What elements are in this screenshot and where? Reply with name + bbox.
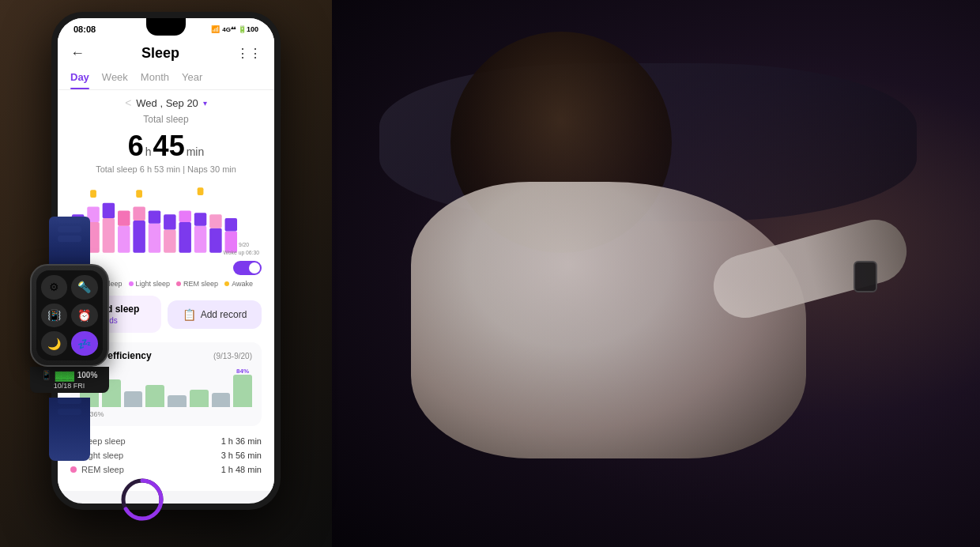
watch-battery-percent: 100%	[77, 371, 98, 379]
legend-light-sleep: Light sleep	[129, 280, 171, 288]
vibrate-icon[interactable]: 📳	[41, 304, 68, 328]
total-sleep-label: Total sleep	[58, 112, 274, 126]
smartwatch-device: ⚙ 🔦 📳 ⏰ 🌙 💤 📱 ▓▓▓ 100% 10/18 FRI	[12, 213, 126, 435]
eff-bar-7	[212, 368, 231, 407]
watch-screen: ⚙ 🔦 📳 ⏰ 🌙 💤	[36, 270, 103, 360]
svg-rect-15	[149, 210, 160, 223]
bg-right	[332, 0, 980, 547]
date-display: Wed , Sep 20	[136, 97, 198, 109]
tabs-row: Day Week Month Year	[58, 66, 274, 90]
svg-rect-19	[179, 210, 190, 222]
back-button[interactable]: ←	[70, 45, 85, 62]
breakdown-rem-sleep: REM sleep 1 h 48 min	[70, 462, 262, 477]
rem-sleep-name: REM sleep	[81, 465, 124, 474]
svg-rect-18	[179, 222, 190, 253]
svg-rect-12	[133, 207, 145, 221]
svg-text:Woke up 06:30: Woke up 06:30	[224, 250, 260, 256]
date-prev-button[interactable]: <	[125, 96, 131, 109]
signal-icon: 4G⁴⁴	[222, 26, 236, 33]
sleep-time-row: 6 h 45 min	[58, 126, 274, 164]
camera-notch	[146, 18, 186, 36]
deep-sleep-value: 1 h 36 min	[221, 436, 262, 446]
battery-icon: 🔋100	[238, 25, 258, 33]
tab-year[interactable]: Year	[182, 66, 202, 89]
add-record-button[interactable]: 📋 Add record	[168, 300, 262, 329]
svg-rect-13	[136, 190, 142, 198]
eff-bar-3	[124, 368, 143, 407]
sleep-minutes-unit: min	[187, 145, 205, 158]
scene: ⚙ 🔦 📳 ⏰ 🌙 💤 📱 ▓▓▓ 100% 10/18 FRI	[0, 0, 980, 547]
rem-sleep-indicator	[70, 466, 77, 473]
svg-rect-23	[209, 228, 221, 253]
svg-rect-22	[198, 187, 204, 195]
date-dropdown-arrow[interactable]: ▾	[203, 99, 207, 108]
legend-rem-sleep: REM sleep	[176, 280, 218, 288]
flashlight-icon[interactable]: 🔦	[71, 275, 98, 300]
watch-body: ⚙ 🔦 📳 ⏰ 🌙 💤	[30, 264, 109, 367]
app-title: Sleep	[141, 45, 179, 62]
rem-sleep-dot	[176, 281, 181, 286]
eff-bar-8: 84%	[233, 368, 252, 407]
settings-icon[interactable]: ⚙	[41, 275, 68, 300]
eff-bar-4	[145, 368, 164, 407]
watch-date: 10/18 FRI	[54, 382, 85, 390]
alarm-icon[interactable]: ⏰	[71, 304, 98, 328]
app-header: ← Sleep ⋮⋮	[58, 37, 274, 66]
sleep-hours-unit: h	[145, 145, 152, 158]
svg-rect-24	[209, 214, 221, 228]
svg-rect-16	[164, 230, 175, 253]
toggle-knob	[249, 262, 260, 274]
sleep-sub-text: Total sleep 6 h 53 min | Naps 30 min	[58, 164, 274, 179]
eff-bar-5	[168, 368, 187, 407]
moon-icon[interactable]: 🌙	[41, 331, 68, 356]
breakdown-deep-sleep: Deep sleep 1 h 36 min	[70, 434, 262, 448]
more-button[interactable]: ⋮⋮	[236, 46, 262, 61]
awake-dot	[224, 281, 229, 286]
tab-day[interactable]: Day	[70, 66, 89, 89]
sleep-icon[interactable]: 💤	[71, 331, 98, 356]
tab-week[interactable]: Week	[102, 66, 128, 89]
efficiency-range: (9/13-9/20)	[213, 352, 252, 360]
add-record-label: Add record	[201, 309, 247, 320]
breakdown-section: Deep sleep 1 h 36 min Light sleep 3 h 56…	[58, 429, 274, 481]
svg-rect-26	[225, 218, 237, 231]
svg-rect-21	[194, 213, 206, 225]
rem-sleep-value: 1 h 48 min	[221, 465, 262, 474]
sleep-hours: 6	[128, 130, 144, 163]
light-sleep-value: 3 h 56 min	[221, 451, 262, 460]
add-record-icon: 📋	[183, 308, 196, 321]
svg-rect-17	[164, 214, 175, 229]
svg-rect-14	[149, 224, 160, 253]
status-icons: 📶 4G⁴⁴ 🔋100	[211, 25, 258, 33]
breakdown-light-sleep: Light sleep 3 h 56 min	[70, 448, 262, 462]
efficiency-peak: 84%	[236, 368, 249, 375]
light-sleep-dot	[129, 281, 134, 286]
watch-strap-bottom	[49, 398, 90, 461]
wifi-icon: 📶	[211, 25, 220, 33]
circle-progress	[119, 476, 166, 523]
watch-strap-top	[49, 217, 90, 264]
eff-bar-6	[190, 368, 209, 407]
svg-text:9/20: 9/20	[239, 242, 249, 247]
tab-month[interactable]: Month	[141, 66, 169, 89]
svg-rect-11	[133, 221, 145, 253]
status-time: 08:08	[74, 25, 96, 34]
toggle-switch[interactable]	[233, 261, 262, 275]
date-row: < Wed , Sep 20 ▾	[58, 90, 274, 112]
sleep-minutes: 45	[153, 130, 185, 163]
svg-rect-6	[90, 190, 96, 198]
svg-rect-20	[194, 226, 206, 253]
legend-awake: Awake	[224, 280, 253, 288]
